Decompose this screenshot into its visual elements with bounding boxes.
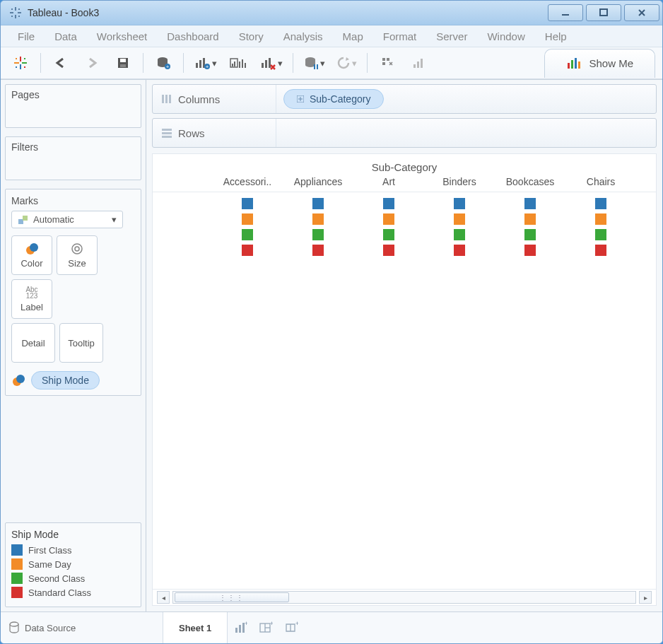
refresh-button[interactable]: ▾ (334, 52, 360, 74)
legend-item[interactable]: Standard Class (11, 587, 135, 598)
tableau-logo-icon[interactable] (8, 52, 33, 74)
data-mark[interactable] (454, 229, 465, 240)
menu-story[interactable]: Story (230, 28, 272, 45)
svg-point-66 (10, 622, 18, 626)
menu-analysis[interactable]: Analysis (275, 28, 332, 45)
app-icon (9, 6, 22, 19)
marks-size-button[interactable]: Size (57, 235, 98, 275)
back-button[interactable] (48, 52, 74, 74)
menu-worksheet[interactable]: Worksheet (88, 28, 156, 45)
mark-column (565, 198, 636, 256)
sheet-tab[interactable]: Sheet 1 (163, 612, 228, 643)
svg-rect-10 (20, 57, 21, 62)
data-mark[interactable] (454, 213, 465, 225)
connect-data-button[interactable]: + (151, 52, 176, 74)
menu-window[interactable]: Window (479, 28, 533, 45)
data-mark[interactable] (595, 245, 606, 256)
columns-shelf[interactable]: Columns Sub-Category (152, 84, 657, 114)
scroll-track[interactable]: ⋮⋮⋮ (172, 591, 636, 604)
column-header[interactable]: Cop (636, 176, 657, 187)
data-mark[interactable] (595, 213, 606, 225)
legend-item[interactable]: First Class (11, 544, 135, 556)
data-mark[interactable] (242, 213, 253, 225)
show-me-button[interactable]: Show Me (544, 49, 655, 78)
column-header[interactable]: Bookcases (495, 176, 565, 187)
svg-rect-11 (20, 64, 21, 69)
new-worksheet-button[interactable]: +▾ (191, 52, 220, 74)
clear-sheet-button[interactable]: ▾ (257, 52, 286, 74)
data-mark[interactable] (242, 229, 253, 240)
data-mark[interactable] (312, 245, 324, 256)
close-button[interactable] (624, 4, 659, 21)
svg-rect-20 (120, 64, 126, 67)
data-mark[interactable] (595, 229, 606, 240)
new-dashboard-tab-button[interactable]: + (253, 612, 278, 643)
data-mark[interactable] (383, 229, 394, 240)
maximize-button[interactable] (586, 4, 621, 21)
horizontal-scrollbar[interactable]: ◂ ⋮⋮⋮ ▸ (153, 589, 656, 605)
rows-shelf[interactable]: Rows (152, 118, 657, 148)
data-source-tab[interactable]: Data Source (1, 612, 163, 643)
menu-data[interactable]: Data (46, 28, 86, 45)
duplicate-sheet-button[interactable] (225, 52, 251, 74)
svg-text:+: + (206, 64, 209, 70)
marks-color-button[interactable]: Color (11, 235, 52, 275)
marks-tooltip-button[interactable]: Tooltip (59, 323, 103, 363)
new-story-tab-button[interactable]: + (278, 612, 304, 643)
data-mark[interactable] (383, 245, 394, 256)
column-header[interactable]: Art (353, 176, 424, 187)
viz-column-headers: Accessori..AppliancesArtBindersBookcases… (153, 176, 656, 192)
data-mark[interactable] (312, 229, 324, 240)
column-header[interactable]: Appliances (283, 176, 353, 187)
data-mark[interactable] (454, 245, 465, 256)
column-header[interactable]: Accessori.. (212, 176, 283, 187)
data-mark[interactable] (524, 245, 536, 256)
legend-item[interactable]: Same Day (11, 558, 135, 570)
data-mark[interactable] (312, 213, 324, 225)
filters-shelf[interactable]: Filters (5, 136, 141, 180)
pages-shelf[interactable]: Pages (5, 84, 141, 128)
menu-format[interactable]: Format (375, 28, 426, 45)
menu-server[interactable]: Server (428, 28, 476, 45)
new-worksheet-tab-button[interactable]: + (228, 612, 253, 643)
data-mark[interactable] (524, 213, 536, 225)
data-mark[interactable] (242, 245, 253, 256)
swap-button[interactable] (375, 52, 400, 74)
minimize-button[interactable] (548, 4, 583, 21)
data-mark[interactable] (383, 198, 394, 209)
svg-rect-48 (571, 60, 573, 69)
color-field-pill[interactable]: Ship Mode (31, 371, 100, 390)
data-mark[interactable] (242, 198, 253, 209)
menu-map[interactable]: Map (334, 28, 372, 45)
data-mark[interactable] (524, 198, 536, 209)
scroll-thumb[interactable]: ⋮⋮⋮ (175, 592, 289, 602)
legend-item[interactable]: Second Class (11, 573, 135, 584)
menu-dashboard[interactable]: Dashboard (158, 28, 227, 45)
menu-help[interactable]: Help (536, 28, 575, 45)
menu-file[interactable]: File (9, 28, 43, 45)
svg-rect-61 (169, 95, 171, 103)
data-mark[interactable] (383, 213, 394, 225)
data-mark[interactable] (454, 198, 465, 209)
forward-button[interactable] (79, 52, 105, 74)
marks-label-button[interactable]: Abc123 Label (11, 279, 52, 319)
scroll-left-button[interactable]: ◂ (157, 591, 170, 604)
save-button[interactable] (110, 52, 136, 74)
marks-title: Marks (11, 195, 135, 206)
marks-detail-button[interactable]: Detail (11, 323, 55, 363)
pause-data-button[interactable]: ▾ (300, 52, 328, 74)
data-mark[interactable] (595, 198, 606, 209)
svg-rect-8 (562, 14, 569, 16)
data-mark[interactable] (524, 229, 536, 240)
svg-rect-3 (18, 12, 21, 13)
column-header[interactable]: Binders (424, 176, 495, 187)
marks-color-encoding[interactable]: Ship Mode (11, 371, 135, 390)
sort-button[interactable] (406, 52, 431, 74)
data-mark[interactable] (312, 198, 324, 209)
marks-type-dropdown[interactable]: Automatic ▾ (11, 211, 123, 228)
svg-rect-30 (232, 64, 233, 66)
columns-field-pill[interactable]: Sub-Category (283, 89, 384, 109)
scroll-right-button[interactable]: ▸ (639, 591, 652, 604)
svg-rect-68 (239, 625, 241, 633)
column-header[interactable]: Chairs (565, 176, 636, 187)
